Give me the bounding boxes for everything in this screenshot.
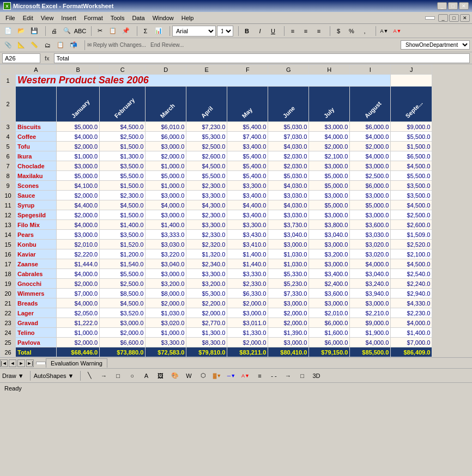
- cell-r14-c6[interactable]: $3,430.0: [227, 230, 268, 240]
- save-button[interactable]: 💾: [28, 26, 40, 36]
- cell-r9-c6[interactable]: $3,300.0: [227, 181, 268, 191]
- product-ikura[interactable]: Ikura: [16, 151, 57, 161]
- cell-r10-c2[interactable]: $2,000.0: [57, 191, 100, 200]
- menu-help[interactable]: Help: [178, 14, 197, 22]
- cell-r5-c8[interactable]: $2,000.0: [309, 142, 350, 151]
- col-header-e[interactable]: E: [186, 65, 227, 75]
- cell-r11-c3[interactable]: $4,500.0: [100, 200, 146, 210]
- cell-r7-c6[interactable]: $5,400.0: [227, 161, 268, 171]
- cell-r23-c9[interactable]: $9,000.0: [350, 318, 391, 328]
- cell-r21-c5[interactable]: $2,200.0: [186, 298, 227, 308]
- cell-r17-c7[interactable]: $1,030.0: [268, 259, 309, 269]
- cell-r12-c4[interactable]: $3,000.0: [146, 210, 186, 220]
- cell-r4-c6[interactable]: $7,400.0: [227, 132, 268, 142]
- cell-r11-c5[interactable]: $4,300.0: [186, 200, 227, 210]
- cell-r4-c4[interactable]: $6,000.0: [146, 132, 186, 142]
- cell-r23-c4[interactable]: $3,020.0: [146, 318, 186, 328]
- cell-r4-c9[interactable]: $4,000.0: [350, 132, 391, 142]
- bold-button[interactable]: B: [241, 26, 253, 36]
- cell-r18-c3[interactable]: $5,500.0: [100, 269, 146, 279]
- cell-r9-c8[interactable]: $5,000.0: [309, 181, 350, 191]
- arrow-style-btn[interactable]: →: [282, 370, 294, 381]
- cell-r23-c7[interactable]: $2,000.0: [268, 318, 309, 328]
- underline-button[interactable]: U: [267, 26, 279, 36]
- paste-button[interactable]: 📌: [120, 26, 132, 36]
- ribbon-max-button[interactable]: □: [449, 14, 459, 22]
- col-header-b[interactable]: B: [57, 65, 100, 75]
- cell-r19-c2[interactable]: $2,000.0: [57, 279, 100, 289]
- cell-r22-c2[interactable]: $2,050.0: [57, 308, 100, 318]
- tb2-btn5[interactable]: 📋: [55, 40, 66, 51]
- cell-r22-c9[interactable]: $2,210.0: [350, 308, 391, 318]
- cell-r13-c2[interactable]: $4,000.0: [57, 220, 100, 230]
- cell-r15-c7[interactable]: $3,000.0: [268, 240, 309, 249]
- cell-r21-c3[interactable]: $4,500.0: [100, 298, 146, 308]
- cell-r14-c8[interactable]: $3,040.0: [309, 230, 350, 240]
- cell-r23-c5[interactable]: $2,770.0: [186, 318, 227, 328]
- cell-r9-c3[interactable]: $1,500.0: [100, 181, 146, 191]
- cell-r12-c2[interactable]: $2,000.0: [57, 210, 100, 220]
- cell-r12-c7[interactable]: $3,030.0: [268, 210, 309, 220]
- cell-r17-c5[interactable]: $2,340.0: [186, 259, 227, 269]
- cell-r14-c7[interactable]: $3,040.0: [268, 230, 309, 240]
- cell-r9-c2[interactable]: $4,100.0: [57, 181, 100, 191]
- cell-r25-c3[interactable]: $6,600.0: [100, 338, 146, 347]
- last-sheet-btn[interactable]: ►|: [26, 359, 34, 367]
- cell-j1[interactable]: [391, 75, 432, 87]
- cell-r24-c6[interactable]: $1,330.0: [227, 328, 268, 338]
- print-button[interactable]: 🖨: [48, 26, 60, 36]
- product-scones[interactable]: Scones: [16, 181, 57, 191]
- sum-button[interactable]: Σ: [140, 26, 152, 36]
- cell-r10-c10[interactable]: $3,500.0: [391, 191, 432, 200]
- sheet-tab-nav[interactable]: |◄ ◄ ► ►|: [0, 359, 34, 367]
- cell-r16-c5[interactable]: $1,320.0: [186, 249, 227, 259]
- prev-sheet-btn[interactable]: ◄: [9, 359, 16, 367]
- cell-r25-c6[interactable]: $2,000.0: [227, 338, 268, 347]
- cell-r4-c7[interactable]: $7,030.0: [268, 132, 309, 142]
- ribbon-min-button[interactable]: _: [438, 14, 448, 22]
- cell-r25-c8[interactable]: $6,000.0: [309, 338, 350, 347]
- product-filo-mix[interactable]: Filo Mix: [16, 220, 57, 230]
- cell-r15-c10[interactable]: $2,520.0: [391, 240, 432, 249]
- cell-r22-c3[interactable]: $3,520.0: [100, 308, 146, 318]
- cell-r11-c9[interactable]: $5,000.0: [350, 200, 391, 210]
- tb2-btn1[interactable]: 📎: [2, 40, 14, 51]
- cell-r8-c7[interactable]: $5,030.0: [268, 171, 309, 181]
- col-header-f[interactable]: F: [227, 65, 268, 75]
- chart-button[interactable]: 📊: [153, 26, 165, 36]
- cell-r15-c3[interactable]: $1,520.0: [100, 240, 146, 249]
- product-coffee[interactable]: Coffee: [16, 132, 57, 142]
- cell-r8-c10[interactable]: $5,500.0: [391, 171, 432, 181]
- copy-button[interactable]: 📋: [107, 26, 119, 36]
- cell-r14-c5[interactable]: $2,330.0: [186, 230, 227, 240]
- cell-r16-c8[interactable]: $3,200.0: [309, 249, 350, 259]
- formula-input[interactable]: [54, 53, 470, 63]
- align-left-button[interactable]: ≡: [287, 26, 299, 36]
- cell-r20-c9[interactable]: $3,940.0: [350, 289, 391, 298]
- cell-r20-c2[interactable]: $7,000.0: [57, 289, 100, 298]
- cell-r3-c6[interactable]: $5,400.0: [227, 122, 268, 132]
- cell-r11-c8[interactable]: $5,000.0: [309, 200, 350, 210]
- cell-r5-c5[interactable]: $2,500.0: [186, 142, 227, 151]
- cell-r8-c5[interactable]: $5,500.0: [186, 171, 227, 181]
- product-biscuits[interactable]: Biscuits: [16, 122, 57, 132]
- clip-art-tool[interactable]: 🎨: [169, 370, 181, 381]
- cell-r4-c3[interactable]: $2,500.0: [100, 132, 146, 142]
- cell-r20-c6[interactable]: $6,330.0: [227, 289, 268, 298]
- ribbon-close-button[interactable]: ✕: [460, 14, 470, 22]
- cell-r19-c9[interactable]: $3,240.0: [350, 279, 391, 289]
- cell-r7-c10[interactable]: $4,500.0: [391, 161, 432, 171]
- dash-style-btn[interactable]: - -: [268, 370, 280, 381]
- tb2-btn3[interactable]: 📏: [28, 40, 40, 51]
- product-gnocchi[interactable]: Gnocchi: [16, 279, 57, 289]
- cell-r5-c4[interactable]: $3,000.0: [146, 142, 186, 151]
- cell-r6-c3[interactable]: $1,300.0: [100, 151, 146, 161]
- cell-r16-c6[interactable]: $1,400.0: [227, 249, 268, 259]
- diagram-tool[interactable]: ⬡: [197, 370, 209, 381]
- align-center-button[interactable]: ≡: [300, 26, 312, 36]
- product-cabrales[interactable]: Cabrales: [16, 269, 57, 279]
- cell-r16-c7[interactable]: $1,030.0: [268, 249, 309, 259]
- product-lager[interactable]: Lager: [16, 308, 57, 318]
- align-right-button[interactable]: ≡: [313, 26, 325, 36]
- cell-r15-c6[interactable]: $3,410.0: [227, 240, 268, 249]
